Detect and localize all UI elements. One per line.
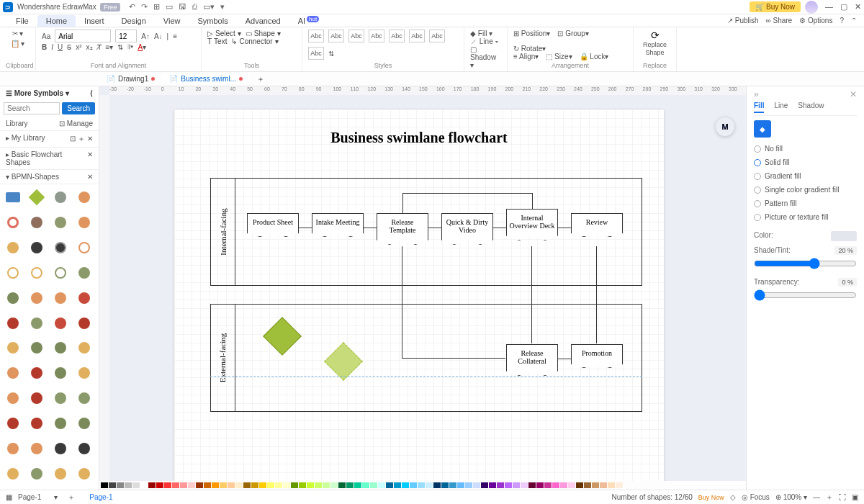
tab-home[interactable]: Home: [37, 15, 76, 27]
palette-color[interactable]: [323, 482, 330, 488]
spacing-icon[interactable]: ⇅: [117, 43, 123, 51]
palette-color[interactable]: [148, 482, 156, 488]
align-left-icon[interactable]: ≡: [173, 32, 177, 40]
minimize-icon[interactable]: —: [825, 2, 833, 12]
palette-color[interactable]: [418, 482, 425, 488]
shape[interactable]: [4, 289, 22, 307]
tab-ai[interactable]: AIhot: [289, 15, 328, 27]
shape-ring[interactable]: [4, 214, 22, 231]
palette-color[interactable]: [489, 482, 496, 488]
page-selector[interactable]: Page-1: [18, 493, 41, 501]
palette-color[interactable]: [552, 482, 559, 488]
fill-dropdown[interactable]: ◆ Fill ▾: [470, 30, 501, 37]
shape[interactable]: [28, 364, 45, 382]
shape[interactable]: [52, 390, 69, 407]
palette-color[interactable]: [291, 482, 298, 488]
help-icon[interactable]: ?: [840, 17, 844, 24]
node-promotion[interactable]: Promotion: [571, 344, 623, 368]
palette-color[interactable]: [521, 482, 528, 488]
style-preset[interactable]: Abc: [328, 30, 344, 42]
palette-color[interactable]: [354, 482, 361, 488]
tab-view[interactable]: View: [155, 15, 189, 27]
shape[interactable]: [28, 264, 45, 282]
palette-color[interactable]: [172, 482, 179, 488]
user-avatar[interactable]: [805, 1, 818, 14]
palette-color[interactable]: [338, 482, 346, 488]
doc-tab-drawing1[interactable]: 📄 Drawing1: [99, 73, 162, 84]
palette-color[interactable]: [307, 482, 314, 488]
shape[interactable]: [76, 465, 93, 482]
transparency-slider[interactable]: [754, 289, 857, 301]
close-panel-icon[interactable]: ✕: [850, 89, 857, 99]
shape[interactable]: [4, 465, 22, 482]
more-icon[interactable]: ▾: [220, 2, 225, 12]
mylib-actions[interactable]: ⊡ ＋ ✕: [70, 134, 93, 144]
tab-advanced[interactable]: Advanced: [237, 15, 289, 27]
font-size-input[interactable]: [115, 30, 137, 42]
zoom-out-icon[interactable]: —: [813, 493, 820, 501]
palette-color[interactable]: [109, 482, 116, 488]
group-button[interactable]: ⊡ Group▾: [557, 30, 589, 37]
shape[interactable]: [4, 339, 22, 356]
palette-color[interactable]: [386, 482, 393, 488]
palette-color[interactable]: [410, 482, 417, 488]
shape-circle[interactable]: [52, 189, 69, 206]
page-list-icon[interactable]: ▦: [6, 493, 12, 501]
palette-color[interactable]: [117, 482, 124, 488]
options-button[interactable]: ⚙ Options: [799, 17, 832, 24]
grow-font-icon[interactable]: A↑: [141, 32, 150, 40]
palette-color[interactable]: [560, 482, 567, 488]
new-icon[interactable]: ⊞: [153, 2, 160, 12]
node-quick-dirty[interactable]: Quick & Dirty Video: [441, 213, 493, 245]
symbol-search-input[interactable]: [4, 102, 60, 114]
size-button[interactable]: ⬚ Size▾: [546, 53, 572, 60]
palette-color[interactable]: [283, 482, 290, 488]
palette-color[interactable]: [616, 482, 623, 488]
close-basic-icon[interactable]: ✕: [87, 150, 93, 166]
shape[interactable]: [76, 440, 93, 457]
shape[interactable]: [28, 440, 45, 457]
fill-tool-icon[interactable]: ◆: [754, 120, 771, 138]
bullets-icon[interactable]: ≡▾: [106, 43, 114, 51]
connector-button[interactable]: ↳ Connector ▾: [231, 37, 278, 45]
fit-page-icon[interactable]: ⛶: [839, 493, 846, 501]
shape[interactable]: [4, 264, 22, 282]
palette-color[interactable]: [426, 482, 433, 488]
node-intake-meeting[interactable]: Intake Meeting: [312, 213, 364, 237]
palette-color[interactable]: [449, 482, 456, 488]
palette-color[interactable]: [513, 482, 520, 488]
zoom-in-icon[interactable]: ＋: [826, 492, 833, 503]
style-more-icon[interactable]: ⇅: [328, 50, 334, 58]
palette-color[interactable]: [330, 482, 338, 488]
shape[interactable]: [52, 315, 69, 332]
palette-color[interactable]: [220, 482, 227, 488]
tab-line[interactable]: Line: [774, 102, 788, 113]
shade-slider[interactable]: [754, 258, 857, 269]
close-bpmn-icon[interactable]: ✕: [87, 173, 93, 181]
replace-shape-icon[interactable]: ⟳: [639, 30, 670, 41]
shape[interactable]: [28, 239, 45, 256]
position-button[interactable]: ⊞ Position▾: [513, 30, 550, 37]
zoom-level[interactable]: ⊕ 100% ▾: [775, 493, 807, 501]
palette-color[interactable]: [457, 482, 464, 488]
shape[interactable]: [76, 315, 93, 332]
palette-color[interactable]: [497, 482, 504, 488]
font-color-icon[interactable]: A▾: [138, 43, 146, 51]
shape[interactable]: [4, 315, 22, 332]
palette-color[interactable]: [188, 482, 195, 488]
opt-single-gradient[interactable]: Single color gradient fill: [754, 183, 857, 197]
open-icon[interactable]: ▭: [166, 2, 173, 12]
palette-color[interactable]: [315, 482, 322, 488]
close-icon[interactable]: ✕: [855, 2, 861, 12]
palette-color[interactable]: [402, 482, 409, 488]
shape[interactable]: [52, 264, 69, 282]
palette-color[interactable]: [346, 482, 354, 488]
shape[interactable]: [4, 364, 22, 382]
color-palette[interactable]: [99, 481, 746, 490]
palette-color[interactable]: [584, 482, 591, 488]
palette-color[interactable]: [378, 482, 385, 488]
paste-icon[interactable]: 📋 ▾: [11, 40, 25, 48]
shape[interactable]: [4, 390, 22, 407]
tab-symbols[interactable]: Symbols: [189, 15, 237, 27]
shape[interactable]: [76, 289, 93, 307]
